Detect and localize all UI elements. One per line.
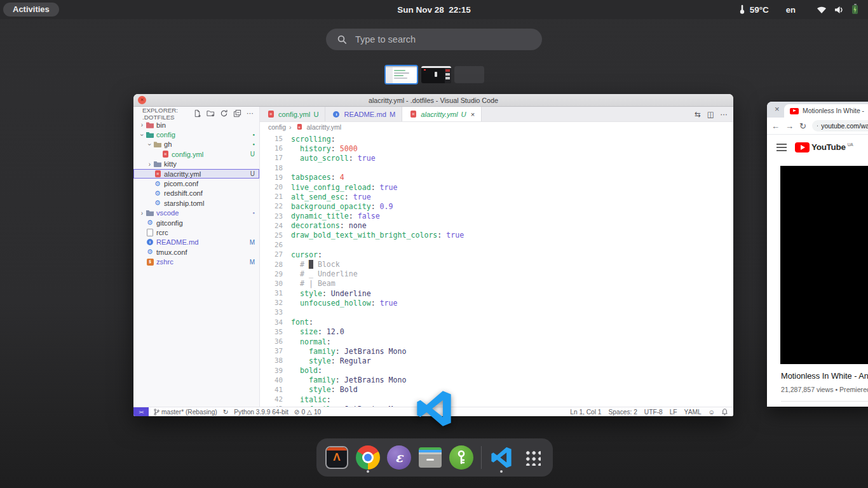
- sync-icon[interactable]: ↻: [223, 409, 229, 416]
- remote-indicator[interactable]: ><: [133, 407, 149, 416]
- tab-close-icon[interactable]: ×: [471, 111, 475, 118]
- dock-item-emacs[interactable]: [386, 440, 412, 475]
- code-line: 38 style: Regular: [260, 356, 733, 365]
- dock-item-files[interactable]: [417, 440, 443, 475]
- tree-item-config.yml[interactable]: config.ymlU: [133, 149, 259, 159]
- breadcrumb-folder[interactable]: config: [268, 123, 286, 131]
- code-text: bold:: [291, 366, 322, 375]
- chrome-toolbar: ← → ↻ youtube.com/wa: [767, 118, 868, 135]
- code-line: 19tabspaces: 4: [260, 173, 733, 182]
- statusbar-item[interactable]: Spaces: 2: [609, 409, 637, 416]
- more-actions-icon[interactable]: ⋯: [247, 109, 254, 118]
- youtube-logo[interactable]: YouTube UA: [795, 142, 853, 152]
- editor-tab-alacritty.yml[interactable]: alacritty.ymlU×: [402, 107, 482, 121]
- tree-item-tmux.conf[interactable]: tmux.conf: [133, 247, 259, 257]
- code-line: 32 unfocused_hollow: true: [260, 298, 733, 308]
- statusbar-right: Ln 1, Col 1Spaces: 2UTF-8LFYAML☺: [570, 409, 733, 416]
- tree-item-config[interactable]: ›config●: [133, 130, 259, 139]
- code-line: 31 style: Underline: [260, 288, 733, 298]
- open-changes-icon[interactable]: ⇆: [695, 110, 701, 119]
- statusbar-item[interactable]: YAML: [684, 409, 702, 416]
- tree-item-starship.toml[interactable]: starship.toml: [133, 198, 259, 208]
- tree-item-picom.conf[interactable]: picom.conf: [133, 179, 259, 188]
- workspace-thumbnail-active[interactable]: [384, 65, 418, 85]
- activities-button[interactable]: Activities: [3, 3, 59, 17]
- back-icon[interactable]: ←: [771, 121, 780, 131]
- video-meta: 21,287,857 views • Premiered Dec: [781, 386, 868, 393]
- code-text: dynamic_title: false: [291, 212, 380, 220]
- tree-item-gitconfig[interactable]: gitconfig: [133, 218, 259, 227]
- forward-icon[interactable]: →: [785, 121, 794, 131]
- breadcrumb-file[interactable]: alacritty.yml: [307, 123, 342, 131]
- tree-item-label: README.md: [156, 238, 199, 246]
- video-player[interactable]: [780, 166, 868, 364]
- statusbar-item[interactable]: LF: [670, 409, 677, 416]
- git-badge: M: [250, 239, 255, 246]
- new-file-icon[interactable]: [193, 109, 201, 118]
- vscode-window[interactable]: × alacritty.yml - .dotfiles - Visual Stu…: [133, 94, 733, 416]
- statusbar-item[interactable]: Ln 1, Col 1: [570, 409, 601, 416]
- menu-icon[interactable]: [776, 144, 787, 151]
- dock-item-keepass[interactable]: [449, 440, 474, 475]
- git-branch-status[interactable]: master* (Rebasing): [154, 409, 217, 416]
- tree-item-rcrc[interactable]: rcrc: [133, 227, 259, 237]
- tree-item-label: config: [156, 131, 175, 139]
- feedback-smiley-icon[interactable]: ☺: [709, 409, 715, 416]
- new-folder-icon[interactable]: [207, 109, 215, 118]
- reload-icon[interactable]: ↻: [799, 121, 806, 131]
- search-input[interactable]: Type to search: [326, 29, 542, 50]
- line-number: 33: [260, 308, 291, 316]
- dock-item-vscode[interactable]: [489, 440, 514, 475]
- dock-item-chrome[interactable]: [355, 440, 381, 475]
- line-number: 32: [260, 299, 291, 307]
- tree-item-kitty[interactable]: ›kitty: [133, 159, 259, 169]
- problems-indicator[interactable]: ⊘ 0 △ 10: [294, 409, 321, 416]
- vscode-app-badge-icon[interactable]: [416, 390, 452, 427]
- breadcrumb[interactable]: config › alacritty.yml: [260, 122, 733, 132]
- split-editor-icon[interactable]: ◫: [707, 110, 714, 119]
- python-interpreter[interactable]: Python 3.9.9 64-bit: [234, 409, 288, 416]
- clock[interactable]: Sun Nov 28 22:15: [397, 5, 471, 15]
- zsh-icon: [146, 258, 154, 266]
- window-close-icon[interactable]: ×: [775, 104, 780, 114]
- editor-tab-config.yml[interactable]: config.ymlU: [260, 107, 325, 121]
- git-badge: M: [250, 259, 255, 266]
- statusbar-item[interactable]: UTF-8: [644, 409, 663, 416]
- yaml-icon: [266, 110, 275, 118]
- yaml-icon: [161, 150, 170, 158]
- tree-item-zshrc[interactable]: zshrcM: [133, 257, 259, 266]
- notifications-bell-icon[interactable]: [722, 409, 728, 416]
- folder-slate-icon: [146, 209, 154, 217]
- code-text: auto_scroll: true: [291, 154, 376, 163]
- chevron-right-icon: ›: [146, 161, 153, 168]
- tree-item-vscode[interactable]: ›vscode●: [133, 208, 259, 218]
- tree-item-alacritty.yml[interactable]: alacritty.ymlU: [133, 169, 259, 179]
- keyboard-layout-indicator[interactable]: en: [786, 5, 796, 15]
- code-line: 33: [260, 308, 733, 317]
- tree-item-label: alacritty.yml: [164, 170, 201, 178]
- workspace-thumbnail-empty[interactable]: [454, 66, 484, 83]
- collapse-all-icon[interactable]: [233, 109, 241, 118]
- refresh-icon[interactable]: [220, 109, 228, 118]
- editor-more-actions-icon[interactable]: ⋯: [721, 110, 728, 119]
- tree-item-bin[interactable]: ›bin: [133, 120, 259, 130]
- vscode-titlebar[interactable]: × alacritty.yml - .dotfiles - Visual Stu…: [133, 94, 733, 107]
- alacritty-icon: [325, 446, 348, 469]
- file-cabinet-icon: [419, 447, 442, 468]
- address-bar[interactable]: youtube.com/wa: [812, 120, 868, 132]
- dock-item-app-grid[interactable]: [520, 440, 545, 475]
- chrome-window[interactable]: × Motionless In White - ← → ↻ youtube.co…: [767, 102, 868, 407]
- window-close-button[interactable]: ×: [138, 96, 146, 104]
- youtube-logo-text: YouTube: [811, 142, 846, 152]
- chevron-right-icon: ›: [139, 121, 146, 128]
- code-editor[interactable]: 15scrolling:16 history: 500017 auto_scro…: [260, 132, 733, 407]
- workspace-thumbnail-youtube[interactable]: [421, 66, 451, 83]
- tree-item-gh[interactable]: ›gh●: [133, 140, 259, 149]
- folder-red-icon: [146, 121, 154, 129]
- dock-item-alacritty[interactable]: [324, 440, 349, 475]
- browser-tab-youtube[interactable]: Motionless In White -: [784, 104, 868, 118]
- system-status-area[interactable]: 59°C en: [738, 4, 868, 15]
- tree-item-README.md[interactable]: README.mdM: [133, 238, 259, 247]
- editor-tab-README.md[interactable]: README.mdM: [325, 107, 402, 121]
- tree-item-redshift.conf[interactable]: redshift.conf: [133, 189, 259, 198]
